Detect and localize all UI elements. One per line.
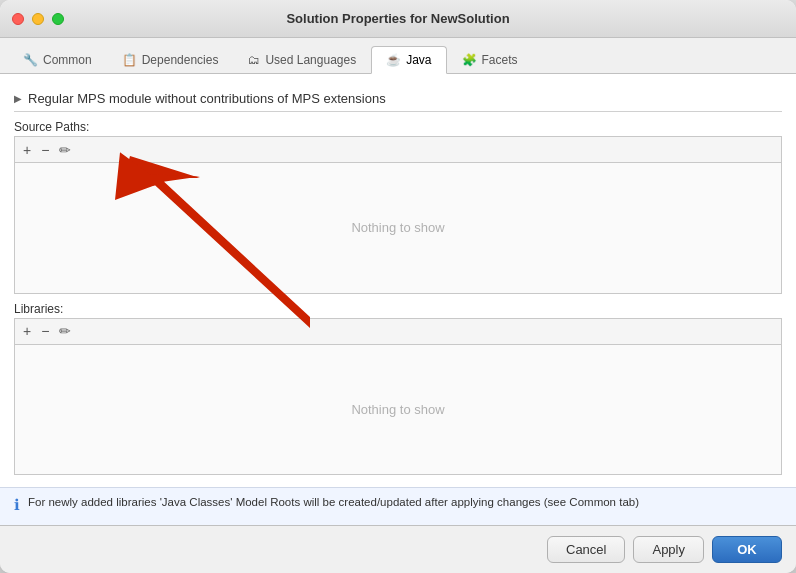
chevron-right-icon: ▶ <box>14 93 22 104</box>
source-paths-empty-label: Nothing to show <box>351 220 444 235</box>
traffic-lights <box>12 13 64 25</box>
libraries-remove-button[interactable]: − <box>39 324 51 338</box>
source-paths-label: Source Paths: <box>14 120 782 134</box>
libraries-edit-button[interactable]: ✏ <box>57 324 73 338</box>
tab-dependencies-label: Dependencies <box>142 53 219 67</box>
libraries-add-button[interactable]: + <box>21 324 33 338</box>
tab-used-languages-label: Used Languages <box>265 53 356 67</box>
source-paths-add-button[interactable]: + <box>21 143 33 157</box>
minimize-button[interactable] <box>32 13 44 25</box>
tab-bar: 🔧 Common 📋 Dependencies 🗂 Used Languages… <box>0 38 796 74</box>
tab-java-label: Java <box>406 53 431 67</box>
titlebar: Solution Properties for NewSolution <box>0 0 796 38</box>
tab-common-label: Common <box>43 53 92 67</box>
section-header-text: Regular MPS module without contributions… <box>28 91 386 106</box>
java-icon: ☕ <box>386 53 401 67</box>
main-content: ▶ Regular MPS module without contributio… <box>0 74 796 487</box>
used-languages-icon: 🗂 <box>248 53 260 67</box>
maximize-button[interactable] <box>52 13 64 25</box>
cancel-button[interactable]: Cancel <box>547 536 625 563</box>
source-paths-section: Source Paths: + − ✏ Nothing to show <box>14 120 782 294</box>
libraries-empty-label: Nothing to show <box>351 402 444 417</box>
content-wrapper: ▶ Regular MPS module without contributio… <box>0 74 796 487</box>
ok-button[interactable]: OK <box>712 536 782 563</box>
tab-common[interactable]: 🔧 Common <box>8 46 107 74</box>
libraries-section: Libraries: + − ✏ Nothing to show <box>14 302 782 476</box>
libraries-list: Nothing to show <box>14 344 782 476</box>
common-icon: 🔧 <box>23 53 38 67</box>
tab-used-languages[interactable]: 🗂 Used Languages <box>233 46 371 74</box>
close-button[interactable] <box>12 13 24 25</box>
facets-icon: 🧩 <box>462 53 477 67</box>
section-header: ▶ Regular MPS module without contributio… <box>14 86 782 112</box>
source-paths-remove-button[interactable]: − <box>39 143 51 157</box>
source-paths-edit-button[interactable]: ✏ <box>57 143 73 157</box>
info-icon: ℹ <box>14 496 20 514</box>
libraries-toolbar: + − ✏ <box>14 318 782 344</box>
footer-info-text: For newly added libraries 'Java Classes'… <box>28 496 639 508</box>
dependencies-icon: 📋 <box>122 53 137 67</box>
apply-button[interactable]: Apply <box>633 536 704 563</box>
tab-dependencies[interactable]: 📋 Dependencies <box>107 46 234 74</box>
main-window: Solution Properties for NewSolution 🔧 Co… <box>0 0 796 573</box>
source-paths-list: Nothing to show <box>14 162 782 294</box>
source-paths-toolbar: + − ✏ <box>14 136 782 162</box>
tab-facets-label: Facets <box>482 53 518 67</box>
tab-java[interactable]: ☕ Java <box>371 46 446 74</box>
footer-info: ℹ For newly added libraries 'Java Classe… <box>0 487 796 525</box>
window-title: Solution Properties for NewSolution <box>286 11 509 26</box>
tab-facets[interactable]: 🧩 Facets <box>447 46 533 74</box>
footer-buttons: Cancel Apply OK <box>0 525 796 573</box>
libraries-label: Libraries: <box>14 302 782 316</box>
